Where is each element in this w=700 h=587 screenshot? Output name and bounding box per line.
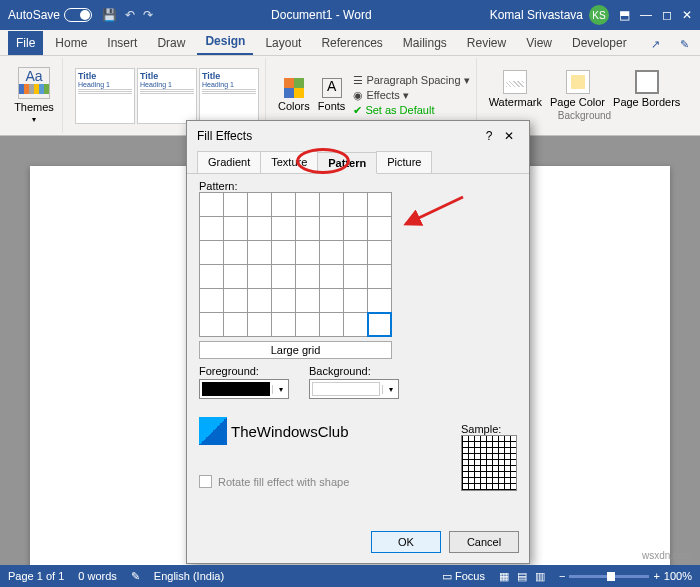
- pattern-swatch[interactable]: [272, 289, 295, 312]
- zoom-slider[interactable]: [569, 575, 649, 578]
- tab-view[interactable]: View: [518, 31, 560, 55]
- tab-file[interactable]: File: [8, 31, 43, 55]
- pattern-swatch[interactable]: [248, 313, 271, 336]
- pattern-swatch[interactable]: [200, 265, 223, 288]
- pattern-swatch[interactable]: [320, 193, 343, 216]
- maximize-icon[interactable]: ◻: [662, 8, 672, 22]
- save-icon[interactable]: 💾: [102, 8, 117, 22]
- paragraph-spacing-button[interactable]: ☰ Paragraph Spacing ▾: [353, 74, 469, 87]
- pattern-swatch[interactable]: [344, 313, 367, 336]
- dialog-tab-texture[interactable]: Texture: [260, 151, 318, 173]
- web-layout-icon[interactable]: ▥: [535, 570, 545, 583]
- tab-home[interactable]: Home: [47, 31, 95, 55]
- tab-layout[interactable]: Layout: [257, 31, 309, 55]
- pattern-swatch[interactable]: [296, 313, 319, 336]
- pattern-swatch[interactable]: [272, 193, 295, 216]
- style-set-item[interactable]: TitleHeading 1: [199, 68, 259, 124]
- pattern-swatch[interactable]: [320, 289, 343, 312]
- tab-insert[interactable]: Insert: [99, 31, 145, 55]
- close-icon[interactable]: ✕: [682, 8, 692, 22]
- pattern-swatch-selected[interactable]: [368, 313, 391, 336]
- pattern-swatch[interactable]: [224, 217, 247, 240]
- pattern-swatch[interactable]: [248, 193, 271, 216]
- set-default-button[interactable]: ✔ Set as Default: [353, 104, 469, 117]
- redo-icon[interactable]: ↷: [143, 8, 153, 22]
- pattern-swatch[interactable]: [320, 217, 343, 240]
- focus-mode[interactable]: ▭ Focus: [442, 570, 485, 583]
- tab-review[interactable]: Review: [459, 31, 514, 55]
- dialog-tab-picture[interactable]: Picture: [376, 151, 432, 173]
- pattern-swatch[interactable]: [224, 313, 247, 336]
- foreground-color-dropdown[interactable]: ▾: [199, 379, 289, 399]
- pattern-swatch[interactable]: [368, 217, 391, 240]
- pattern-swatch[interactable]: [200, 241, 223, 264]
- pattern-swatch[interactable]: [344, 289, 367, 312]
- pattern-swatch[interactable]: [200, 289, 223, 312]
- tab-developer[interactable]: Developer: [564, 31, 635, 55]
- tab-references[interactable]: References: [313, 31, 390, 55]
- pattern-swatch[interactable]: [296, 265, 319, 288]
- pattern-swatch[interactable]: [200, 217, 223, 240]
- pattern-swatch[interactable]: [368, 289, 391, 312]
- ok-button[interactable]: OK: [371, 531, 441, 553]
- pattern-swatch[interactable]: [224, 241, 247, 264]
- help-icon[interactable]: ?: [479, 129, 499, 143]
- watermark-button[interactable]: Watermark: [489, 70, 542, 108]
- pattern-swatch[interactable]: [344, 217, 367, 240]
- pattern-swatch[interactable]: [272, 241, 295, 264]
- pattern-swatch[interactable]: [344, 193, 367, 216]
- dialog-tab-gradient[interactable]: Gradient: [197, 151, 261, 173]
- pattern-swatch[interactable]: [344, 265, 367, 288]
- user-account[interactable]: Komal Srivastava KS: [490, 5, 609, 25]
- pattern-swatch[interactable]: [200, 193, 223, 216]
- ribbon-options-icon[interactable]: ⬒: [619, 8, 630, 22]
- pattern-swatch[interactable]: [224, 289, 247, 312]
- cancel-button[interactable]: Cancel: [449, 531, 519, 553]
- pattern-swatch[interactable]: [248, 265, 271, 288]
- undo-icon[interactable]: ↶: [125, 8, 135, 22]
- dialog-close-icon[interactable]: ✕: [499, 129, 519, 143]
- pattern-swatch[interactable]: [368, 241, 391, 264]
- status-language[interactable]: English (India): [154, 570, 224, 582]
- colors-button[interactable]: Colors: [278, 78, 310, 112]
- share-icon[interactable]: ↗: [643, 34, 668, 55]
- pattern-swatch[interactable]: [224, 193, 247, 216]
- pattern-swatch[interactable]: [248, 241, 271, 264]
- status-page[interactable]: Page 1 of 1: [8, 570, 64, 582]
- pattern-swatch[interactable]: [296, 217, 319, 240]
- tab-draw[interactable]: Draw: [149, 31, 193, 55]
- effects-button[interactable]: ◉ Effects ▾: [353, 89, 469, 102]
- pattern-swatch[interactable]: [272, 217, 295, 240]
- pattern-swatch[interactable]: [368, 193, 391, 216]
- print-layout-icon[interactable]: ▤: [517, 570, 527, 583]
- style-set-item[interactable]: TitleHeading 1: [75, 68, 135, 124]
- status-spellcheck-icon[interactable]: ✎: [131, 570, 140, 583]
- zoom-control[interactable]: − + 100%: [559, 570, 692, 582]
- pattern-swatch[interactable]: [200, 313, 223, 336]
- pattern-swatch[interactable]: [296, 241, 319, 264]
- pattern-swatch[interactable]: [248, 289, 271, 312]
- comments-icon[interactable]: ✎: [672, 34, 697, 55]
- tab-design[interactable]: Design: [197, 29, 253, 55]
- pattern-swatch[interactable]: [320, 241, 343, 264]
- pattern-swatch[interactable]: [296, 193, 319, 216]
- style-set-item[interactable]: TitleHeading 1: [137, 68, 197, 124]
- pattern-swatch[interactable]: [272, 265, 295, 288]
- pattern-swatch[interactable]: [320, 313, 343, 336]
- zoom-percent[interactable]: 100%: [664, 570, 692, 582]
- pattern-swatch[interactable]: [296, 289, 319, 312]
- minimize-icon[interactable]: —: [640, 8, 652, 22]
- pattern-swatch[interactable]: [320, 265, 343, 288]
- read-mode-icon[interactable]: ▦: [499, 570, 509, 583]
- autosave-switch-icon[interactable]: [64, 8, 92, 22]
- pattern-swatch[interactable]: [272, 313, 295, 336]
- pattern-swatch[interactable]: [344, 241, 367, 264]
- pattern-swatch[interactable]: [248, 217, 271, 240]
- status-words[interactable]: 0 words: [78, 570, 117, 582]
- dialog-tab-pattern[interactable]: Pattern: [317, 152, 377, 174]
- style-set-gallery[interactable]: TitleHeading 1 TitleHeading 1 TitleHeadi…: [75, 68, 259, 124]
- themes-button[interactable]: Aa Themes ▾: [12, 67, 56, 124]
- page-color-button[interactable]: Page Color: [550, 70, 605, 108]
- zoom-out-icon[interactable]: −: [559, 570, 565, 582]
- tab-mailings[interactable]: Mailings: [395, 31, 455, 55]
